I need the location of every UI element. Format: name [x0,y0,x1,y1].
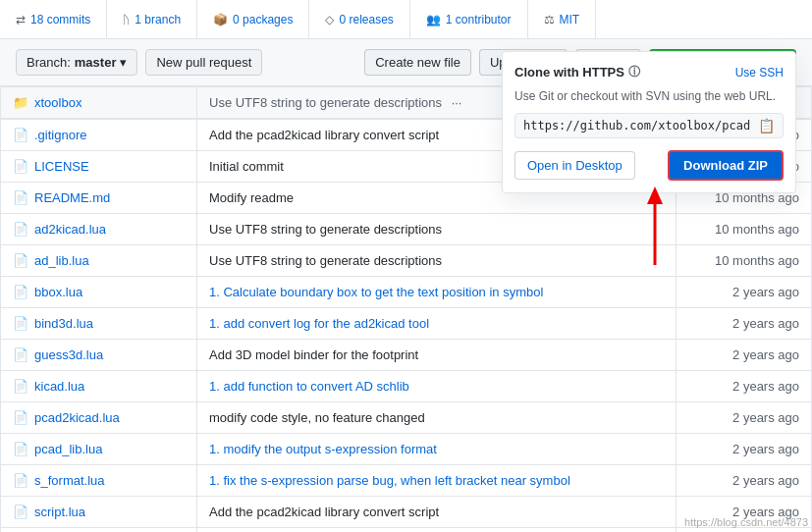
clone-dropdown-desc: Use Git or checkout with SVN using the w… [514,88,784,105]
clone-dropdown: Clone with HTTPS ⓘ Use SSH Use Git or ch… [502,51,796,193]
commit-msg: Add the pcad2kicad library convert scrip… [209,128,439,142]
svg-marker-1 [647,186,663,204]
releases-stat[interactable]: ◇ 0 releases [309,0,409,38]
file-link[interactable]: s_format.lua [34,473,105,488]
clone-dropdown-header: Clone with HTTPS ⓘ Use SSH [514,64,784,80]
license-stat[interactable]: ⚖ MIT [528,0,597,38]
file-time: 2 years ago [677,528,812,533]
commits-stat[interactable]: ⇄ 18 commits [16,0,107,38]
commit-link[interactable]: 1. fix the s-expression parse bug, when … [209,473,570,488]
file-link[interactable]: script.lua [34,505,85,519]
use-ssh-link[interactable]: Use SSH [735,66,784,80]
file-link[interactable]: kicad.lua [34,379,84,394]
file-icon: 📄 [13,473,28,488]
file-icon: 📄 [13,128,28,142]
copy-icon[interactable]: 📋 [758,118,775,133]
contributors-icon: 👥 [426,13,441,27]
commit-link[interactable]: 1. modify the output s-expression format [209,442,437,456]
file-time: 2 years ago [677,434,812,465]
file-time: 2 years ago [677,465,812,497]
packages-link[interactable]: 0 packages [233,13,293,27]
stats-bar: ⇄ 18 commits ᚢ 1 branch 📦 0 packages ◇ 0… [0,0,812,39]
branch-label: Branch: [27,55,71,70]
latest-commit-msg: Use UTF8 string to generate descriptions [209,95,442,110]
file-time: 2 years ago [677,402,812,434]
branch-icon: ᚢ [123,13,130,27]
table-row: 📄 ad_lib.lua Use UTF8 string to generate… [1,245,812,277]
commit-msg: Add 3D model binder for the footprint [209,347,418,362]
file-link[interactable]: bbox.lua [34,285,82,299]
commit-link[interactable]: 1. Calculate boundary box to get the tex… [209,285,543,299]
table-row: 📄 bind3d.lua 1. add convert log for the … [1,308,812,340]
file-link[interactable]: pcad2kicad.lua [34,410,120,425]
table-row: 📄 ad2kicad.lua Use UTF8 string to genera… [1,214,812,245]
branch-selector[interactable]: Branch: master ▾ [16,49,137,76]
file-icon: 📄 [13,410,28,425]
clone-url-row: https://github.com/xtoolbox/pcad 📋 [514,113,784,138]
contributors-stat[interactable]: 👥 1 contributor [410,0,528,38]
file-icon: 📄 [13,222,28,237]
table-row: 📄 pcad_lib.lua 1. modify the output s-ex… [1,434,812,465]
file-link[interactable]: .gitignore [34,128,86,142]
releases-link[interactable]: 0 releases [339,13,393,27]
file-time: 10 months ago [677,245,812,277]
create-new-file-button[interactable]: Create new file [364,49,471,76]
file-time: 2 years ago [677,371,812,402]
commit-msg: Use UTF8 string to generate descriptions [209,253,442,268]
file-link[interactable]: guess3d.lua [34,347,103,362]
open-in-desktop-button[interactable]: Open in Desktop [514,151,635,180]
file-icon: 📄 [13,505,28,519]
red-arrow-annotation [635,186,675,268]
commit-msg: modify code style, no feature changed [209,410,425,425]
file-link[interactable]: ad2kicad.lua [34,222,106,237]
download-zip-button[interactable]: Download ZIP [668,150,784,181]
file-time: 2 years ago [677,340,812,371]
table-row: 📄 kicad.lua 1. add function to convert A… [1,371,812,402]
file-icon: 📄 [13,159,28,174]
help-icon: ⓘ [628,64,640,80]
branches-link[interactable]: 1 branch [135,13,181,27]
chevron-down-icon: ▾ [120,55,127,70]
file-icon: 📄 [13,316,28,331]
watermark: https://blog.csdn.net/4873 [684,516,808,528]
file-link[interactable]: bind3d.lua [34,316,93,331]
file-icon: 📄 [13,285,28,299]
commit-dots[interactable]: ··· [452,95,462,110]
file-icon: 📄 [13,347,28,362]
file-icon: 📄 [13,442,28,456]
table-row: 📄 pcad2kicad.lua modify code style, no f… [1,402,812,434]
branches-stat[interactable]: ᚢ 1 branch [107,0,197,38]
commit-msg: Modify readme [209,190,294,205]
contributors-link[interactable]: 1 contributor [446,13,512,27]
file-time: 2 years ago [677,277,812,308]
license-link[interactable]: MIT [560,13,580,27]
table-row: 📄 s_format.lua 1. fix the s-expression p… [1,465,812,497]
clone-dropdown-title: Clone with HTTPS ⓘ [514,64,640,80]
file-icon: 📄 [13,253,28,268]
repo-name-link[interactable]: xtoolbox [34,95,81,110]
file-icon: 📄 [13,379,28,394]
file-link[interactable]: ad_lib.lua [34,253,89,268]
commits-icon: ⇄ [16,13,26,27]
file-icon: 📄 [13,190,28,205]
commit-msg: Add the pcad2kicad library convert scrip… [209,505,439,519]
file-link[interactable]: README.md [34,190,110,205]
clone-https-label: Clone with HTTPS [514,65,624,80]
table-row: 📄 guess3d.lua Add 3D model binder for th… [1,340,812,371]
table-row: 📄 bbox.lua 1. Calculate boundary box to … [1,277,812,308]
clone-actions: Open in Desktop Download ZIP [514,150,784,181]
packages-stat[interactable]: 📦 0 packages [197,0,309,38]
commit-msg: Initial commit [209,159,284,174]
file-link[interactable]: pcad_lib.lua [34,442,102,456]
license-icon: ⚖ [544,13,555,27]
table-row: 📄 util.lua 1. Fix file name pattern 2 ye… [1,528,812,533]
commit-msg: Use UTF8 string to generate descriptions [209,222,442,237]
package-icon: 📦 [213,13,228,27]
commits-link[interactable]: 18 commits [30,13,90,27]
new-pull-request-button[interactable]: New pull request [145,49,262,76]
commit-link[interactable]: 1. add function to convert AD schlib [209,379,409,394]
commit-link[interactable]: 1. add convert log for the ad2kicad tool [209,316,429,331]
releases-icon: ◇ [325,13,334,27]
file-link[interactable]: LICENSE [34,159,89,174]
folder-icon: 📁 [13,95,28,110]
